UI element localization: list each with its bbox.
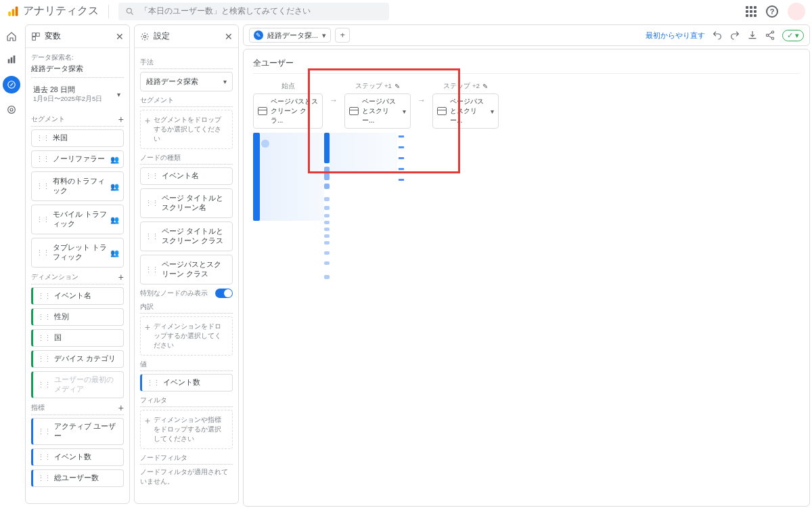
variables-icon (31, 32, 41, 41)
chevron-down-icon: ▾ (491, 108, 494, 115)
start-node-select[interactable]: ページパスとスクリーン クラ... (253, 93, 323, 129)
add-tab-button[interactable]: + (335, 28, 350, 43)
breakdown-dropzone[interactable]: +ディメンションをドロップするか選択してください (140, 316, 233, 356)
dimension-chip[interactable]: ⋮⋮性別 (31, 308, 124, 326)
nav-home-icon[interactable] (5, 30, 18, 43)
values-chip[interactable]: ⋮⋮イベント数 (140, 374, 233, 391)
arrow-right-icon: → (418, 96, 426, 105)
arrow-right-icon: → (330, 96, 338, 105)
close-icon[interactable]: ✕ (225, 31, 233, 42)
status-check[interactable]: ✓▾ (782, 30, 804, 41)
pencil-icon: ✎ (254, 30, 263, 40)
path-visualization[interactable] (253, 133, 800, 309)
redo-icon[interactable] (729, 30, 740, 41)
download-icon[interactable] (747, 30, 758, 41)
segment-chip[interactable]: ⋮⋮ノーリファラー👥 (31, 150, 124, 168)
svg-rect-6 (11, 58, 13, 64)
segment-dropzone[interactable]: +セグメントをドロップするか選択してください (140, 110, 233, 149)
undo-icon[interactable] (712, 30, 723, 41)
apps-icon[interactable] (746, 6, 757, 17)
page-icon (437, 107, 447, 115)
tabs-row: ✎ 経路データ探... ▾ + 最初からやり直す ✓▾ (243, 24, 810, 46)
close-icon[interactable]: ✕ (116, 31, 124, 42)
dimension-chip[interactable]: ⋮⋮国 (31, 329, 124, 347)
add-segment-button[interactable]: + (118, 114, 124, 125)
variables-panel: 変数 ✕ データ探索名: 経路データ探索 過去 28 日間 1月9日〜2025年… (25, 24, 130, 504)
pencil-icon[interactable]: ✎ (394, 83, 400, 90)
nav-reports-icon[interactable] (5, 53, 18, 66)
step2-node-select[interactable]: ページパスとスクリー... ▾ (432, 93, 499, 129)
variables-title: 変数 (45, 30, 61, 42)
step1-node-select[interactable]: ページパスとスクリー... ▾ (344, 93, 411, 129)
metric-chip[interactable]: ⋮⋮アクティブ ユーザー (31, 418, 124, 445)
people-icon: 👥 (110, 182, 119, 191)
svg-rect-7 (14, 56, 16, 63)
dimension-chip[interactable]: ⋮⋮イベント名 (31, 287, 124, 305)
svg-rect-1 (12, 9, 15, 16)
dimension-chip[interactable]: ⋮⋮ユーザーの最初のメディア (31, 371, 124, 398)
share-icon[interactable] (765, 30, 775, 41)
help-icon[interactable]: ? (766, 5, 778, 18)
avatar[interactable] (788, 3, 805, 20)
svg-rect-2 (16, 6, 18, 16)
explore-name-label: データ探索名: (31, 54, 124, 62)
segment-chip[interactable]: ⋮⋮タブレット トラフィック👥 (31, 238, 124, 268)
chevron-down-icon: ▾ (795, 31, 799, 40)
svg-rect-13 (32, 37, 36, 40)
settings-panel: 設定 ✕ 手法 経路データ探索▾ セグメント +セグメントをドロップするか選択し… (134, 24, 239, 504)
nav-rail (0, 23, 23, 508)
segment-chip[interactable]: ⋮⋮モバイル トラフィック👥 (31, 205, 124, 234)
metric-chip[interactable]: ⋮⋮総ユーザー数 (31, 469, 124, 487)
settings-title: 設定 (154, 30, 170, 42)
svg-point-10 (10, 108, 13, 111)
svg-point-14 (143, 35, 146, 38)
segment-chip[interactable]: ⋮⋮有料のトラフィック👥 (31, 171, 124, 201)
svg-rect-12 (37, 33, 40, 36)
page-icon (258, 107, 267, 115)
people-icon: 👥 (110, 155, 119, 164)
add-dimension-button[interactable]: + (118, 272, 124, 282)
divider (108, 5, 109, 18)
chevron-down-icon: ▾ (223, 78, 227, 85)
pencil-icon[interactable]: ✎ (482, 83, 488, 90)
date-range-picker[interactable]: 過去 28 日間 1月9日〜2025年2月5日 ▾ (31, 82, 124, 110)
svg-point-9 (8, 106, 16, 114)
filters-dropzone[interactable]: +ディメンションや指標をドロップするか選択してください (140, 410, 233, 449)
metric-chip[interactable]: ⋮⋮イベント数 (31, 448, 124, 466)
canvas-title: 全ユーザー (253, 58, 800, 74)
nav-explore-icon[interactable] (3, 76, 20, 93)
gear-icon (140, 32, 150, 41)
people-icon: 👥 (110, 249, 119, 257)
svg-rect-5 (8, 59, 10, 63)
technique-select[interactable]: 経路データ探索▾ (140, 72, 233, 91)
search-input[interactable]: 「本日のユーザー数」と検索してみてください (118, 3, 389, 20)
nodetype-chip[interactable]: ⋮⋮ページ タイトルとスクリーン クラス (140, 221, 233, 251)
segment-chip[interactable]: ⋮⋮米国 (31, 129, 124, 147)
tab-active[interactable]: ✎ 経路データ探... ▾ (249, 28, 331, 43)
svg-line-4 (131, 12, 133, 14)
page-icon (349, 107, 359, 115)
product-title: アナリティクス (23, 4, 99, 18)
search-icon (125, 7, 135, 16)
nodefilter-note: ノードフィルタが適用されていません。 (140, 467, 233, 486)
canvas: 全ユーザー 始点 ページパスとスクリーン クラ... → ステップ +1✎ ペー… (243, 49, 810, 507)
people-icon: 👥 (110, 215, 119, 224)
dimension-chip[interactable]: ⋮⋮デバイス カテゴリ (31, 350, 124, 368)
unique-nodes-toggle[interactable] (215, 289, 233, 298)
nodetype-chip[interactable]: ⋮⋮ページパスとスクリーン クラス (140, 255, 233, 284)
ga-logo-icon (7, 5, 19, 18)
explore-name[interactable]: 経路データ探索 (31, 64, 124, 78)
nodetype-chip[interactable]: ⋮⋮ページ タイトルとスクリーン名 (140, 188, 233, 218)
restart-link[interactable]: 最初からやり直す (646, 30, 705, 41)
svg-point-3 (127, 8, 131, 13)
chevron-down-icon: ▾ (322, 31, 326, 40)
svg-rect-11 (32, 33, 36, 36)
svg-rect-0 (8, 12, 11, 16)
nav-ads-icon[interactable] (5, 103, 18, 117)
nodetype-chip[interactable]: ⋮⋮イベント名 (140, 167, 233, 185)
add-metric-button[interactable]: + (118, 402, 124, 413)
chevron-down-icon: ▾ (403, 108, 406, 115)
chevron-down-icon: ▾ (117, 91, 120, 98)
search-placeholder: 「本日のユーザー数」と検索してみてください (140, 5, 311, 17)
